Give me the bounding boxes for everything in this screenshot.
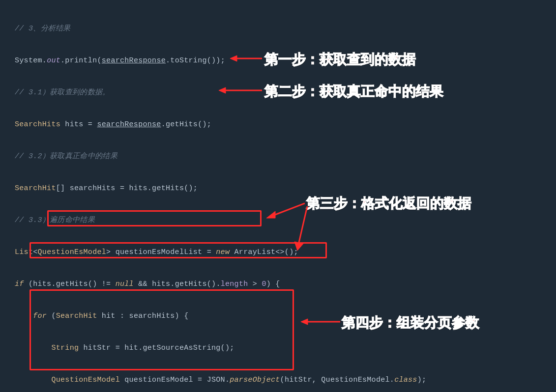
code-line: String hitStr = hit.getSourceAsString(); xyxy=(15,340,541,357)
svg-marker-3 xyxy=(219,87,226,93)
code-line: // 3、分析结果 xyxy=(15,21,541,37)
annotation-step-1: 第一步：获取查到的数据 xyxy=(264,50,416,69)
annotation-step-2: 第二步：获取真正命中的结果 xyxy=(264,82,443,101)
arrow-icon xyxy=(301,318,340,326)
code-line: if (hits.getHits() != null && hits.getHi… xyxy=(15,277,541,293)
annotation-step-3: 第三步：格式化返回的数据 xyxy=(306,194,471,213)
arrow-icon xyxy=(219,86,262,94)
svg-marker-5 xyxy=(266,211,275,218)
code-line: SearchHits hits = searchResponse.getHits… xyxy=(15,117,541,133)
code-line: // 3.2）获取真正命中的结果 xyxy=(15,149,541,165)
code-line: QuestionEsModel questionEsModel = JSON.p… xyxy=(15,372,541,389)
code-line: List<QuestionEsModel> questionEsModelLis… xyxy=(15,245,541,261)
annotation-step-4: 第四步：组装分页参数 xyxy=(342,313,479,332)
svg-marker-7 xyxy=(294,242,303,251)
svg-marker-9 xyxy=(301,319,308,325)
arrow-icon xyxy=(230,55,262,62)
svg-line-6 xyxy=(298,206,307,245)
svg-marker-1 xyxy=(230,56,237,61)
arrow-icon xyxy=(293,206,312,251)
